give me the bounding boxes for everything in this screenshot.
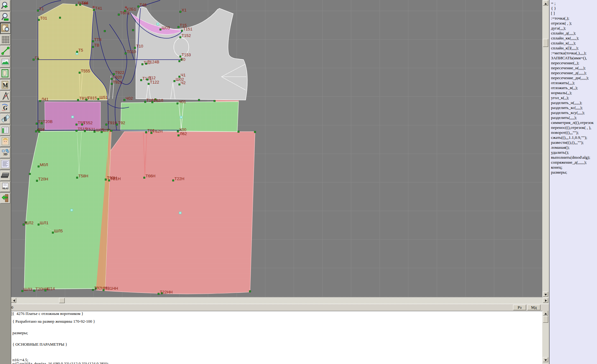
g-sketch-icon[interactable]: G: [0, 102, 10, 113]
pattern-point[interactable]: [33, 59, 35, 61]
pattern-point[interactable]: [86, 99, 87, 101]
command-list-item[interactable]: разделить(,,,,);: [549, 115, 597, 120]
editor-vscrollbar[interactable]: [542, 311, 549, 364]
scroll-right-icon[interactable]: [543, 298, 548, 303]
pattern-point[interactable]: [38, 224, 39, 225]
command-list-item[interactable]: пересечение(,,);: [549, 61, 597, 66]
rz-button[interactable]: Рз: [513, 305, 526, 310]
pattern-point[interactable]: [79, 72, 81, 74]
pattern-point[interactable]: [76, 130, 77, 132]
view-pattern-icon[interactable]: [0, 23, 10, 33]
pattern-point[interactable]: [173, 180, 174, 181]
exit-icon[interactable]: [0, 193, 10, 203]
segment-icon[interactable]: [0, 46, 10, 56]
pattern-point[interactable]: [94, 131, 95, 133]
drafting-tools-icon[interactable]: [0, 91, 10, 101]
pattern-point[interactable]: [238, 131, 239, 133]
drawing-canvas[interactable]: Т1Т01ТН44Т44Т41Т46Т6П1Х2Б1Х1Ш03Т15Т151Т1…: [0, 0, 542, 297]
pattern-point[interactable]: [41, 123, 43, 124]
selected-point[interactable]: [180, 116, 182, 118]
command-list-item[interactable]: [ ]: [549, 11, 597, 16]
ruler-icon[interactable]: 8: [0, 114, 10, 124]
editor-scroll-down-icon[interactable]: [543, 357, 548, 362]
pattern-point[interactable]: [59, 17, 61, 19]
command-list-item[interactable]: удалить();: [549, 150, 597, 155]
command-list-item[interactable]: отрезок( , );: [549, 21, 597, 26]
command-list-item[interactable]: = ;: [549, 1, 597, 6]
command-list-item[interactable]: отложить_в(,,);: [549, 85, 597, 90]
command-list-item[interactable]: :=точка(,);: [549, 16, 597, 21]
pattern-point[interactable]: [111, 78, 113, 80]
pattern-point[interactable]: [249, 291, 251, 292]
canvas-hscrollbar[interactable]: [10, 297, 549, 304]
command-list-item[interactable]: сжать((),,,1.1,0.9,"");: [549, 135, 597, 140]
pattern-point[interactable]: [101, 131, 103, 133]
selected-point[interactable]: [179, 212, 181, 214]
command-list-item[interactable]: дуга(,,,);: [549, 26, 597, 31]
command-list-item[interactable]: отложить(,,,);: [549, 80, 597, 85]
pattern-point[interactable]: [138, 6, 139, 7]
pattern-point[interactable]: [22, 290, 23, 292]
hscroll-thumb[interactable]: [59, 298, 65, 303]
pattern-point[interactable]: [160, 29, 161, 30]
pattern-point[interactable]: [146, 63, 147, 65]
pattern-point[interactable]: [92, 46, 94, 48]
command-list-item[interactable]: :=метка(точка(,),,,,);: [549, 51, 597, 56]
pattern-point[interactable]: [178, 135, 179, 136]
pattern-point[interactable]: [254, 131, 256, 133]
command-list-item[interactable]: разделить_н(,,,,,);: [549, 100, 597, 105]
pattern-point[interactable]: [142, 64, 143, 65]
zoom-out-icon[interactable]: [0, 12, 10, 22]
pattern-point[interactable]: [38, 166, 39, 167]
pattern-point[interactable]: [77, 99, 79, 101]
pattern-point[interactable]: [116, 124, 118, 125]
command-list-item[interactable]: перенос((),отрезок( , ),: [549, 125, 597, 130]
pattern-point[interactable]: [36, 180, 38, 182]
selected-point[interactable]: [76, 52, 78, 55]
grid-icon[interactable]: [0, 34, 10, 45]
skirt-red[interactable]: [96, 132, 255, 294]
pattern-point[interactable]: [181, 30, 183, 32]
editor-vscroll-thumb[interactable]: [543, 316, 548, 323]
pattern-point[interactable]: [29, 173, 31, 175]
pattern-point[interactable]: [39, 100, 41, 102]
pattern-point[interactable]: [174, 80, 175, 82]
pattern-point[interactable]: [148, 83, 150, 85]
pattern-point[interactable]: [152, 102, 153, 103]
pattern-point[interactable]: [124, 10, 126, 12]
pattern-point[interactable]: [93, 9, 95, 11]
pattern-point[interactable]: [106, 124, 107, 125]
command-list-item[interactable]: сплайн_кк(,,,,,);: [549, 36, 597, 41]
pattern-point[interactable]: [80, 4, 81, 6]
program-editor[interactable]: { 4276 Платье с отложным воротником } { …: [10, 311, 542, 364]
pattern-point[interactable]: [147, 79, 148, 80]
command-list-item[interactable]: сопряжение_д(,,,,,,);: [549, 160, 597, 165]
command-list-item[interactable]: развести((),(),,,"");: [549, 140, 597, 145]
pattern-point[interactable]: [76, 4, 77, 6]
command-list-item[interactable]: сплайн_д(,,,,);: [549, 31, 597, 36]
pattern-point[interactable]: [76, 51, 78, 53]
image-icon[interactable]: [0, 57, 10, 67]
pattern-point[interactable]: [23, 224, 25, 225]
pattern-point[interactable]: [35, 131, 37, 132]
pattern-point[interactable]: [104, 30, 106, 32]
selected-point[interactable]: [71, 209, 73, 211]
scroll-down-icon[interactable]: [543, 292, 548, 297]
pattern-frame-icon[interactable]: [0, 68, 10, 79]
pattern-point[interactable]: [52, 232, 54, 234]
command-list-item[interactable]: поворот((),,,"");: [549, 130, 597, 135]
pattern-point[interactable]: [38, 19, 40, 21]
pattern-point[interactable]: [180, 37, 181, 38]
command-list-item[interactable]: разделить_кс(,,,,);: [549, 105, 597, 110]
selected-point[interactable]: [157, 23, 159, 25]
pattern-point[interactable]: [109, 180, 110, 181]
pattern-point[interactable]: [177, 103, 178, 104]
scroll-up-icon[interactable]: [543, 1, 548, 6]
pattern-point[interactable]: [177, 131, 179, 132]
pattern-point[interactable]: [145, 101, 146, 103]
3d-icon[interactable]: 3D: [0, 148, 10, 158]
command-list-item[interactable]: пересечение_дн(,,,,,);: [549, 75, 597, 80]
pattern-m-icon[interactable]: M: [0, 80, 10, 90]
pattern-point[interactable]: [124, 99, 125, 101]
canvas-vscrollbar[interactable]: [542, 0, 549, 297]
